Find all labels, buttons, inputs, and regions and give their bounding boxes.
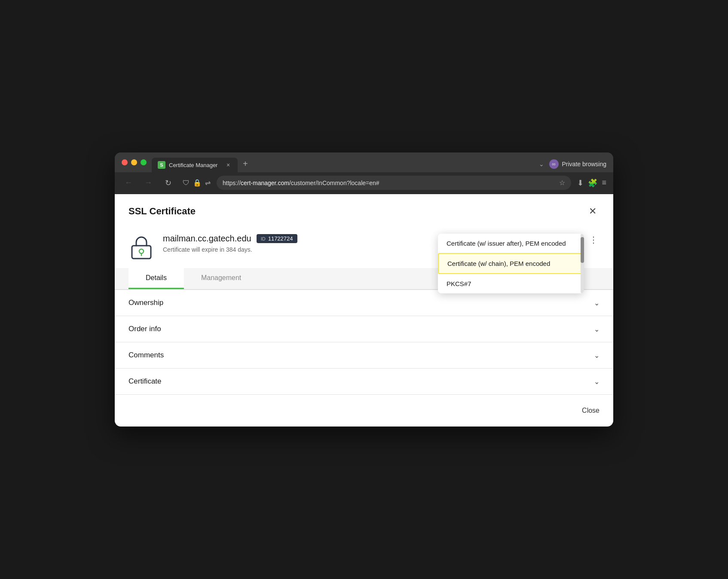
nav-security-icons: 🛡 🔒 ⇌ xyxy=(183,179,211,187)
tab-close-button[interactable]: × xyxy=(225,162,232,168)
url-bar[interactable]: https://cert-manager.com/customer/InComm… xyxy=(217,176,571,190)
accordion-certificate-chevron: ⌄ xyxy=(594,378,600,386)
navigation-bar: ← → ↻ 🛡 🔒 ⇌ https://cert-manager.com/cus… xyxy=(115,172,613,194)
tab-title: Certificate Manager xyxy=(169,162,221,168)
tab-right-controls: ⌄ ∞ Private browsing xyxy=(539,159,607,172)
accordion-order-info: Order info ⌄ xyxy=(115,316,613,342)
accordion-ownership-header[interactable]: Ownership ⌄ xyxy=(128,290,600,316)
fullscreen-traffic-light[interactable] xyxy=(141,159,147,165)
bookmark-icon[interactable]: ☆ xyxy=(559,179,565,187)
tabs-chevron-icon[interactable]: ⌄ xyxy=(539,161,544,168)
dropdown-scrollbar-thumb xyxy=(581,237,584,263)
dropdown-area: Certificate (w/ issuer after), PEM encod… xyxy=(587,234,600,246)
format-dropdown-menu: Certificate (w/ issuer after), PEM encod… xyxy=(438,234,584,293)
private-browsing-label: Private browsing xyxy=(562,161,607,168)
private-browsing-icon: ∞ xyxy=(549,159,559,169)
menu-icon[interactable]: ≡ xyxy=(602,178,606,187)
accordion-ownership-chevron: ⌄ xyxy=(594,299,600,307)
cert-info-section: mailman.cc.gatech.edu ID 11722724 Certif… xyxy=(115,227,613,268)
title-bar: S Certificate Manager × + ⌄ ∞ Private br… xyxy=(115,152,613,172)
url-domain: cert-manager.com xyxy=(241,180,289,186)
dropdown-item-pem-issuer[interactable]: Certificate (w/ issuer after), PEM encod… xyxy=(438,234,584,253)
dropdown-item-pem-chain[interactable]: Certificate (w/ chain), PEM encoded xyxy=(438,253,584,274)
nav-right-icons: ⬇ 🧩 ≡ xyxy=(577,178,606,188)
svg-point-1 xyxy=(139,249,144,253)
tab-management[interactable]: Management xyxy=(184,268,258,289)
tabs-row: S Certificate Manager × + ⌄ ∞ Private br… xyxy=(152,158,606,172)
modal-title: SSL Certificate xyxy=(128,206,196,217)
lock-icon[interactable]: 🔒 xyxy=(193,179,202,187)
new-tab-button[interactable]: + xyxy=(239,159,251,172)
accordion-certificate-header[interactable]: Certificate ⌄ xyxy=(128,369,600,394)
cert-id-label: ID xyxy=(261,236,266,241)
accordion-ownership-label: Ownership xyxy=(128,299,163,307)
accordion-ownership: Ownership ⌄ xyxy=(115,290,613,316)
private-browsing-indicator: ∞ Private browsing xyxy=(549,159,607,169)
download-icon[interactable]: ⬇ xyxy=(577,178,584,188)
cert-id-badge: ID 11722724 xyxy=(257,234,297,243)
cert-domain: mailman.cc.gatech.edu xyxy=(163,234,251,244)
extensions-icon[interactable]: 🧩 xyxy=(588,178,597,188)
close-traffic-light[interactable] xyxy=(122,159,128,165)
accordion-order-info-chevron: ⌄ xyxy=(594,325,600,333)
tab-details[interactable]: Details xyxy=(128,268,184,289)
accordion-comments-chevron: ⌄ xyxy=(594,351,600,360)
active-tab[interactable]: S Certificate Manager × xyxy=(152,158,238,172)
minimize-traffic-light[interactable] xyxy=(131,159,137,165)
accordion-comments-header[interactable]: Comments ⌄ xyxy=(128,342,600,368)
modal-footer: Close xyxy=(115,394,613,427)
reload-button[interactable]: ↻ xyxy=(161,176,175,190)
tab-favicon: S xyxy=(158,161,165,169)
modal-header: SSL Certificate ✕ xyxy=(115,194,613,227)
forward-button[interactable]: → xyxy=(141,176,155,190)
shield-icon[interactable]: 🛡 xyxy=(183,179,190,187)
accordion-comments-label: Comments xyxy=(128,351,164,360)
footer-close-button[interactable]: Close xyxy=(582,403,600,418)
dropdown-scrollbar[interactable] xyxy=(581,234,584,293)
url-text: https://cert-manager.com/customer/InComm… xyxy=(223,180,556,186)
cert-id-value: 11722724 xyxy=(268,235,293,242)
more-options-icon[interactable]: ⋮ xyxy=(587,234,600,246)
modal-close-button[interactable]: ✕ xyxy=(586,204,600,218)
back-button[interactable]: ← xyxy=(122,176,135,190)
accordion-order-info-label: Order info xyxy=(128,325,161,333)
accordion-comments: Comments ⌄ xyxy=(115,342,613,368)
dropdown-item-pkcs7[interactable]: PKCS#7 xyxy=(438,274,584,293)
accordion-certificate-label: Certificate xyxy=(128,377,162,386)
url-path: /customer/InCommon?locale=en# xyxy=(289,180,379,186)
network-icon[interactable]: ⇌ xyxy=(205,179,211,187)
accordion-order-info-header[interactable]: Order info ⌄ xyxy=(128,316,600,342)
svg-rect-0 xyxy=(132,246,151,259)
browser-window: S Certificate Manager × + ⌄ ∞ Private br… xyxy=(115,152,613,427)
traffic-lights xyxy=(122,159,147,171)
accordion-certificate: Certificate ⌄ xyxy=(115,368,613,394)
modal-area: SSL Certificate ✕ mailman.cc.gatech.edu … xyxy=(115,194,613,427)
certificate-lock-icon xyxy=(128,234,154,259)
